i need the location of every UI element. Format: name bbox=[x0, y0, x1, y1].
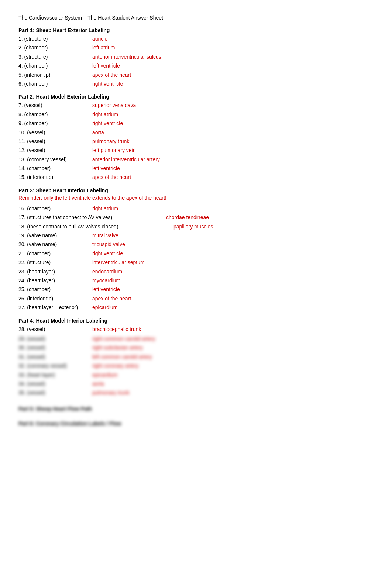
blurred-item-31-label: 31. (vessel) bbox=[18, 353, 92, 361]
part-3-reminder: Reminder: only the left ventricle extend… bbox=[18, 195, 374, 201]
item-21-label: 21. (chamber) bbox=[18, 249, 92, 258]
item-1: 1. (structure) auricle bbox=[18, 35, 374, 43]
item-9-answer: right ventricle bbox=[92, 119, 123, 127]
item-4-label: 4. (chamber) bbox=[18, 62, 92, 70]
item-2: 2. (chamber) left atrium bbox=[18, 44, 374, 52]
blurred-item-33: 33. (heart layer) epicardium bbox=[18, 371, 374, 379]
item-17: 17. (structures that connect to AV valve… bbox=[18, 213, 374, 221]
item-11-label: 11. (vessel) bbox=[18, 137, 92, 145]
item-19-answer: mitral valve bbox=[92, 231, 118, 239]
blurred-item-30-label: 30. (vessel) bbox=[18, 344, 92, 352]
item-3: 3. (structure) anterior interventricular… bbox=[18, 53, 374, 61]
item-9-label: 9. (chamber) bbox=[18, 119, 92, 127]
item-5-answer: apex of the heart bbox=[92, 71, 131, 79]
blurred-item-34-label: 34. (vessel) bbox=[18, 380, 92, 388]
item-19: 19. (valve name) mitral valve bbox=[18, 231, 374, 239]
item-5: 5. (inferior tip) apex of the heart bbox=[18, 71, 374, 79]
item-22: 22. (structure) interventricular septum bbox=[18, 258, 374, 266]
item-24-answer: myocardium bbox=[92, 276, 120, 284]
item-13-answer: anterior interventricular artery bbox=[92, 155, 160, 163]
item-26: 26. (inferior tip) apex of the heart bbox=[18, 294, 374, 303]
item-8-answer: right atrium bbox=[92, 110, 118, 118]
item-6: 6. (chamber) right ventricle bbox=[18, 80, 374, 88]
item-17-label: 17. (structures that connect to AV valve… bbox=[18, 213, 144, 221]
item-15: 15. (inferior tip) apex of the heart bbox=[18, 173, 374, 181]
item-16-answer: right atrium bbox=[92, 204, 118, 213]
part-1-items: 1. (structure) auricle 2. (chamber) left… bbox=[18, 35, 374, 88]
item-16: 16. (chamber) right atrium bbox=[18, 204, 374, 213]
item-2-answer: left atrium bbox=[92, 44, 115, 52]
item-28: 28. (vessel) brachiocephalic trunk bbox=[18, 325, 374, 333]
item-13-label: 13. (coronary vessel) bbox=[18, 155, 92, 163]
item-14-label: 14. (chamber) bbox=[18, 164, 92, 172]
item-8: 8. (chamber) right atrium bbox=[18, 110, 374, 118]
item-5-label: 5. (inferior tip) bbox=[18, 71, 92, 79]
item-7-label: 7. (vessel) bbox=[18, 101, 92, 109]
item-11: 11. (vessel) pulmonary trunk bbox=[18, 137, 374, 145]
blurred-item-29-answer: right common carotid artery bbox=[92, 335, 155, 343]
part-2-items: 7. (vessel) superior vena cava 8. (chamb… bbox=[18, 101, 374, 182]
item-6-answer: right ventricle bbox=[92, 80, 123, 88]
item-23-label: 23. (heart layer) bbox=[18, 268, 92, 276]
item-20-answer: tricuspid valve bbox=[92, 240, 125, 248]
blurred-item-30: 30. (vessel) right subclavian artery bbox=[18, 344, 374, 352]
item-23-answer: endocardium bbox=[92, 268, 122, 276]
blurred-item-30-answer: right subclavian artery bbox=[92, 344, 143, 352]
item-1-answer: auricle bbox=[92, 35, 107, 43]
item-9: 9. (chamber) right ventricle bbox=[18, 119, 374, 127]
item-22-label: 22. (structure) bbox=[18, 258, 92, 266]
item-4-answer: left ventricle bbox=[92, 62, 120, 70]
item-18-answer: papillary muscles bbox=[173, 223, 213, 231]
part-3-items: 16. (chamber) right atrium 17. (structur… bbox=[18, 204, 374, 312]
item-3-answer: anterior interventricular sulcus bbox=[92, 53, 161, 61]
blurred-item-34-answer: aorta bbox=[92, 380, 104, 388]
item-16-label: 16. (chamber) bbox=[18, 204, 92, 213]
item-2-label: 2. (chamber) bbox=[18, 44, 92, 52]
item-12-answer: left pulmonary vein bbox=[92, 146, 136, 154]
part-1-header: Part 1: Sheep Heart Exterior Labeling bbox=[18, 27, 374, 33]
blurred-item-31: 31. (vessel) left common carotid artery bbox=[18, 353, 374, 361]
item-21: 21. (chamber) right ventricle bbox=[18, 249, 374, 258]
blurred-item-32-label: 32. (coronary vessel) bbox=[18, 362, 92, 370]
item-11-answer: pulmonary trunk bbox=[92, 137, 129, 145]
item-25-label: 25. (chamber) bbox=[18, 285, 92, 293]
part-4-header: Part 4: Heart Model Interior Labeling bbox=[18, 318, 374, 324]
item-1-label: 1. (structure) bbox=[18, 35, 92, 43]
item-10: 10. (vessel) aorta bbox=[18, 128, 374, 137]
item-24-label: 24. (heart layer) bbox=[18, 276, 92, 284]
item-12: 12. (vessel) left pulmonary vein bbox=[18, 146, 374, 154]
blurred-item-33-label: 33. (heart layer) bbox=[18, 371, 92, 379]
item-7-answer: superior vena cava bbox=[92, 101, 136, 109]
blurred-item-32-answer: right coronary artery bbox=[92, 362, 138, 370]
item-26-label: 26. (inferior tip) bbox=[18, 294, 92, 303]
item-10-label: 10. (vessel) bbox=[18, 128, 92, 137]
item-28-label: 28. (vessel) bbox=[18, 325, 92, 333]
item-18: 18. (these contract to pull AV valves cl… bbox=[18, 223, 374, 231]
blurred-item-35-label: 35. (vessel) bbox=[18, 389, 92, 397]
blurred-item-35: 35. (vessel) pulmonary trunk bbox=[18, 389, 374, 397]
item-3-label: 3. (structure) bbox=[18, 53, 92, 61]
part-2-section: Part 2: Heart Model Exterior Labeling 7.… bbox=[18, 94, 374, 182]
part-2-header: Part 2: Heart Model Exterior Labeling bbox=[18, 94, 374, 100]
item-28-answer: brachiocephalic trunk bbox=[92, 325, 141, 333]
item-25-answer: left ventricle bbox=[92, 285, 120, 293]
item-15-label: 15. (inferior tip) bbox=[18, 173, 92, 181]
blurred-part4-items: 29. (vessel) right common carotid artery… bbox=[18, 335, 374, 397]
item-26-answer: apex of the heart bbox=[92, 294, 131, 303]
item-27: 27. (heart layer – exterior) epicardium bbox=[18, 303, 374, 311]
blurred-item-31-answer: left common carotid artery bbox=[92, 353, 152, 361]
item-23: 23. (heart layer) endocardium bbox=[18, 268, 374, 276]
item-27-label: 27. (heart layer – exterior) bbox=[18, 303, 92, 311]
item-19-label: 19. (valve name) bbox=[18, 231, 92, 239]
item-12-label: 12. (vessel) bbox=[18, 146, 92, 154]
item-22-answer: interventricular septum bbox=[92, 258, 145, 266]
blurred-item-29-label: 29. (vessel) bbox=[18, 335, 92, 343]
blurred-item-35-answer: pulmonary trunk bbox=[92, 389, 129, 397]
item-6-label: 6. (chamber) bbox=[18, 80, 92, 88]
blurred-item-33-answer: epicardium bbox=[92, 371, 117, 379]
blurred-part5-header: Part 5: Sheep Heart Flow Path bbox=[18, 406, 374, 412]
item-8-label: 8. (chamber) bbox=[18, 110, 92, 118]
item-24: 24. (heart layer) myocardium bbox=[18, 276, 374, 284]
blurred-item-34: 34. (vessel) aorta bbox=[18, 380, 374, 388]
item-10-answer: aorta bbox=[92, 128, 104, 137]
